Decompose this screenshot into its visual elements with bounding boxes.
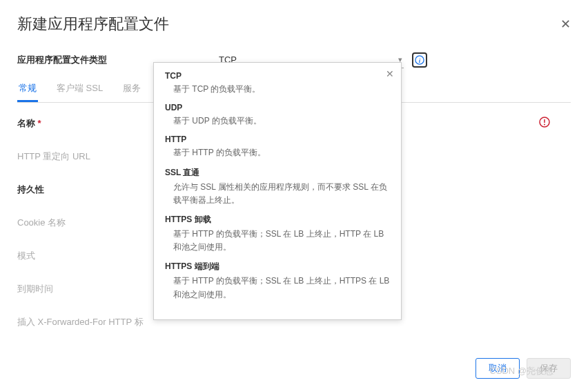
save-button[interactable]: 保存 (527, 358, 571, 379)
tooltip-option: SSL 直通允许与 SSL 属性相关的应用程序规则，而不要求 SSL 在负载平衡… (165, 167, 390, 207)
cookie-name-label: Cookie 名称 (17, 217, 155, 229)
info-tooltip: ✕ TCP基于 TCP 的负载平衡。UDP基于 UDP 的负载平衡。HTTP基于… (153, 62, 402, 320)
tab-general[interactable]: 常规 (17, 78, 38, 102)
http-redirect-label: HTTP 重定向 URL (17, 150, 155, 163)
tooltip-option: HTTPS 端到端基于 HTTP 的负载平衡；SSL 在 LB 上终止，HTTP… (165, 261, 390, 301)
tab-service[interactable]: 服务 (121, 78, 142, 102)
tooltip-option-desc: 基于 UDP 的负载平衡。 (165, 115, 390, 128)
tooltip-option-desc: 基于 HTTP 的负载平衡。 (165, 146, 390, 159)
xff-label: 插入 X-Forwarded-For HTTP 标 (17, 316, 155, 328)
tooltip-option: UDP基于 UDP 的负载平衡。 (165, 103, 390, 128)
tooltip-option-title: SSL 直通 (165, 167, 390, 179)
svg-point-4 (544, 124, 545, 126)
expiry-label: 到期时间 (17, 283, 155, 295)
dialog-title: 新建应用程序配置文件 (17, 14, 169, 34)
tooltip-option-desc: 基于 HTTP 的负载平衡；SSL 在 LB 上终止，HTTP 在 LB 和池之… (165, 228, 390, 254)
tooltip-option-title: HTTPS 卸载 (165, 214, 390, 226)
svg-text:i: i (419, 57, 421, 64)
tooltip-option-desc: 允许与 SSL 属性相关的应用程序规则，而不要求 SSL 在负载平衡器上终止。 (165, 181, 390, 207)
name-label: 名称 (17, 117, 155, 130)
tooltip-option-title: HTTP (165, 135, 390, 144)
tooltip-option-title: TCP (165, 71, 390, 81)
persistence-label: 持久性 (17, 183, 155, 196)
error-icon (539, 117, 550, 130)
tooltip-option: HTTPS 卸载基于 HTTP 的负载平衡；SSL 在 LB 上终止，HTTP … (165, 214, 390, 254)
tooltip-option-title: UDP (165, 103, 390, 112)
tab-client-ssl[interactable]: 客户端 SSL (55, 78, 104, 102)
tooltip-option: TCP基于 TCP 的负载平衡。 (165, 71, 390, 96)
mode-label: 模式 (17, 250, 155, 262)
tooltip-option-desc: 基于 HTTP 的负载平衡；SSL 在 LB 上终止，HTTPS 在 LB 和池… (165, 275, 390, 301)
tooltip-option-desc: 基于 TCP 的负载平衡。 (165, 83, 390, 96)
cancel-button[interactable]: 取消 (476, 358, 520, 379)
info-icon[interactable]: i (412, 52, 427, 68)
tooltip-option-title: HTTPS 端到端 (165, 261, 390, 272)
tooltip-option: HTTP基于 HTTP 的负载平衡。 (165, 135, 390, 159)
tooltip-close-icon[interactable]: ✕ (386, 68, 394, 79)
close-icon[interactable]: ✕ (560, 17, 571, 32)
